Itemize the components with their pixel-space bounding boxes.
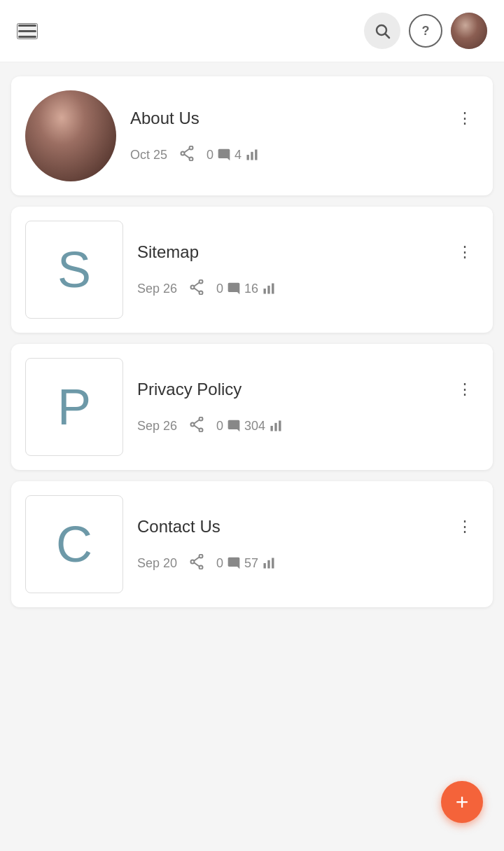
- comment-count: 0 57: [216, 556, 276, 571]
- share-button[interactable]: [178, 146, 195, 165]
- view-number: 4: [234, 148, 241, 162]
- header: ?: [0, 0, 504, 62]
- comment-count: 0 4: [206, 148, 259, 162]
- hamburger-line-2: [18, 30, 36, 32]
- thumbnail-letter: P: [57, 382, 91, 432]
- card-meta: Sep 20 0 57: [137, 554, 479, 573]
- svg-line-29: [195, 557, 200, 560]
- more-options-button[interactable]: ⋮: [451, 516, 479, 537]
- svg-rect-9: [255, 150, 257, 160]
- card-meta: Sep 26 0 304: [137, 417, 479, 436]
- svg-rect-8: [251, 152, 253, 160]
- share-button[interactable]: [188, 554, 205, 573]
- card-info: Privacy Policy ⋮ Sep 26 0 304: [137, 379, 479, 436]
- content: About Us ⋮ Oct 25 0 4: [0, 62, 504, 621]
- header-right: ?: [364, 13, 487, 49]
- more-options-button[interactable]: ⋮: [451, 108, 479, 129]
- svg-rect-23: [271, 426, 273, 431]
- svg-line-22: [195, 425, 200, 429]
- card-info: About Us ⋮ Oct 25 0 4: [130, 108, 479, 165]
- card-thumbnail: [25, 90, 116, 181]
- hamburger-line-1: [18, 25, 36, 27]
- card-meta: Sep 26 0 16: [137, 279, 479, 298]
- card-thumbnail: P: [25, 358, 123, 456]
- comment-number: 0: [216, 282, 223, 296]
- card-title-row: Contact Us ⋮: [137, 516, 479, 537]
- svg-line-21: [195, 420, 200, 423]
- thumbnail-placeholder: C: [25, 495, 123, 593]
- svg-rect-25: [279, 421, 281, 431]
- svg-line-1: [386, 34, 390, 39]
- share-icon: [178, 146, 195, 161]
- help-button[interactable]: ?: [409, 14, 442, 48]
- comment-count: 0 16: [216, 282, 276, 296]
- thumbnail-letter: C: [56, 519, 92, 569]
- card-title: Sitemap: [137, 242, 199, 262]
- svg-line-6: [185, 154, 190, 158]
- svg-line-13: [195, 282, 200, 286]
- card-title: Privacy Policy: [137, 380, 241, 399]
- comment-number: 0: [216, 556, 223, 571]
- card-info: Sitemap ⋮ Sep 26 0 16: [137, 242, 479, 298]
- svg-rect-31: [264, 563, 266, 569]
- avatar[interactable]: [451, 13, 487, 49]
- thumbnail-photo: [25, 90, 116, 181]
- share-icon: [188, 417, 205, 432]
- svg-line-30: [195, 562, 200, 566]
- stats-icon: [269, 419, 283, 433]
- menu-button[interactable]: [17, 23, 38, 39]
- view-number: 16: [244, 282, 258, 296]
- card-date: Oct 25: [130, 148, 167, 162]
- svg-rect-7: [247, 155, 249, 160]
- card-title: About Us: [130, 109, 200, 128]
- share-button[interactable]: [188, 279, 205, 298]
- svg-rect-15: [264, 289, 266, 294]
- search-icon: [374, 22, 391, 39]
- thumbnail-image: [25, 90, 116, 181]
- comment-icon: [227, 282, 241, 296]
- comment-number: 0: [206, 148, 214, 162]
- card-contact-us: C Contact Us ⋮ Sep 20 0 57: [11, 481, 493, 607]
- card-meta: Oct 25 0 4: [130, 146, 479, 165]
- avatar-image: [451, 13, 487, 49]
- svg-rect-16: [267, 286, 270, 294]
- stats-icon: [262, 556, 276, 570]
- comment-icon: [217, 148, 231, 162]
- svg-rect-17: [272, 284, 274, 294]
- stats-icon: [262, 282, 276, 296]
- svg-rect-24: [274, 423, 276, 431]
- card-date: Sep 26: [137, 419, 177, 434]
- add-button[interactable]: +: [441, 781, 483, 823]
- view-number: 304: [244, 419, 265, 434]
- comment-icon: [227, 556, 241, 570]
- card-info: Contact Us ⋮ Sep 20 0 57: [137, 516, 479, 573]
- card-title-row: Sitemap ⋮: [137, 242, 479, 263]
- more-options-button[interactable]: ⋮: [451, 379, 479, 400]
- card-privacy-policy: P Privacy Policy ⋮ Sep 26 0 304: [11, 344, 493, 470]
- card-thumbnail: S: [25, 221, 123, 319]
- card-title-row: About Us ⋮: [130, 108, 479, 129]
- hamburger-line-3: [18, 36, 36, 38]
- plus-icon: +: [456, 789, 469, 815]
- card-date: Sep 20: [137, 556, 177, 571]
- comment-number: 0: [216, 419, 223, 434]
- stats-icon: [245, 148, 259, 162]
- card-thumbnail: C: [25, 495, 123, 593]
- thumbnail-letter: S: [57, 244, 91, 295]
- card-sitemap: S Sitemap ⋮ Sep 26 0 16: [11, 207, 493, 333]
- svg-rect-32: [267, 560, 270, 569]
- svg-line-14: [195, 288, 200, 291]
- header-left: [17, 23, 38, 39]
- search-button[interactable]: [364, 13, 400, 49]
- share-button[interactable]: [188, 417, 205, 436]
- card-about-us: About Us ⋮ Oct 25 0 4: [11, 76, 493, 195]
- comment-count: 0 304: [216, 419, 283, 434]
- more-options-button[interactable]: ⋮: [451, 242, 479, 263]
- share-icon: [188, 279, 205, 295]
- comment-icon: [227, 419, 241, 433]
- share-icon: [188, 554, 205, 569]
- thumbnail-placeholder: S: [25, 221, 123, 319]
- svg-rect-33: [272, 558, 274, 569]
- card-title-row: Privacy Policy ⋮: [137, 379, 479, 400]
- view-number: 57: [244, 556, 258, 571]
